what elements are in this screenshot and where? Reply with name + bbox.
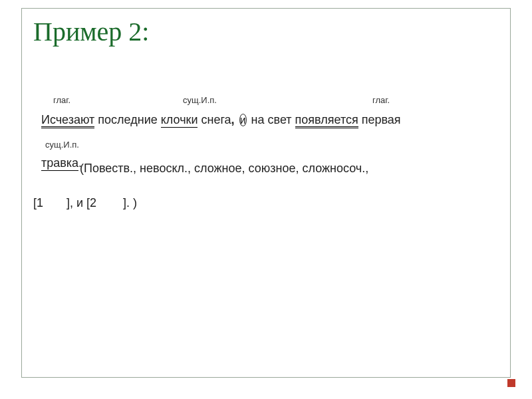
sentence-characteristics: (Повеств., невоскл., сложное, союзное, с…	[80, 162, 368, 176]
sentence-line-1: Исчезают последние клочки снега, и на св…	[41, 113, 401, 127]
comma: ,	[231, 113, 235, 126]
word-pervaya: первая	[358, 113, 401, 126]
slide-title: Пример 2:	[33, 16, 149, 47]
slide-frame	[21, 8, 511, 378]
sentence-line-2: травка.	[41, 156, 82, 170]
word-poslednie: последние	[94, 113, 160, 126]
word-na-svet: на свет	[251, 113, 295, 126]
subject-2: травка	[41, 156, 78, 171]
space	[235, 113, 238, 126]
sentence-scheme: [1 ], и [2 ]. )	[33, 196, 137, 210]
pos-label-noun-2: сущ.И.п.	[45, 140, 79, 150]
conjunction-circle: и	[239, 114, 247, 126]
word-snega: снега	[198, 113, 231, 126]
marker-icon	[507, 379, 515, 387]
pos-label-noun-1: сущ.И.п.	[183, 95, 217, 105]
subject-1: клочки	[161, 113, 198, 128]
pos-label-verb-2: глаг.	[372, 95, 390, 105]
pos-label-verb-1: глаг.	[53, 95, 70, 105]
predicate-1: Исчезают	[41, 113, 94, 128]
predicate-2: появляется	[295, 113, 358, 128]
